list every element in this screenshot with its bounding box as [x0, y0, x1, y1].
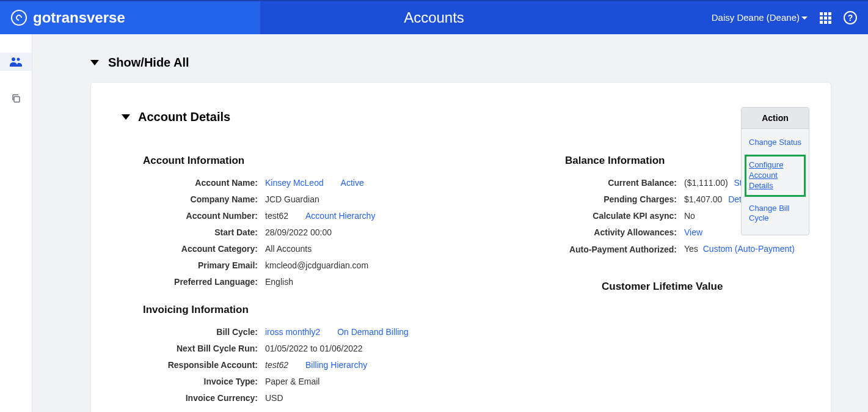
label-bill-cycle: Bill Cycle: [119, 327, 265, 337]
label-language: Preferred Language: [119, 277, 265, 287]
value-autopay: Yes [684, 244, 698, 254]
configure-account-link[interactable]: Configure Account Details [745, 155, 806, 197]
apps-icon[interactable] [820, 12, 831, 24]
svg-point-1 [17, 58, 20, 61]
billing-hierarchy-link[interactable]: Billing Hierarchy [305, 360, 367, 370]
value-number: test62 [265, 211, 288, 221]
label-account-name: Account Name: [119, 178, 265, 188]
label-current-balance: Current Balance: [565, 178, 684, 188]
value-company: JCD Guardian [265, 194, 319, 204]
label-email: Primary Email: [119, 260, 265, 270]
account-info-title: Account Information [143, 155, 528, 167]
value-pending: $1,407.00 [684, 194, 722, 204]
clv-title: Customer Lifetime Value [602, 281, 809, 293]
svg-rect-2 [14, 97, 20, 102]
action-header: Action [742, 108, 809, 129]
page-title: Accounts [404, 9, 464, 26]
svg-point-0 [12, 57, 15, 61]
invoicing-title: Invoicing Information [143, 304, 528, 316]
section-toggle[interactable]: Account Details [119, 110, 809, 124]
on-demand-billing-link[interactable]: On Demand Billing [337, 327, 409, 337]
sidebar [0, 34, 32, 412]
app-header: gotransverse Accounts Daisy Deane (Deane… [0, 0, 868, 34]
label-allowances: Activity Allowances: [565, 227, 684, 237]
account-hierarchy-link[interactable]: Account Hierarchy [305, 211, 375, 221]
label-responsible: Responsible Account: [119, 360, 265, 370]
value-responsible: test62 [265, 360, 288, 370]
show-hide-toggle[interactable]: Show/Hide All [90, 56, 831, 70]
value-start: 28/09/2022 00:00 [265, 227, 332, 237]
users-icon [10, 57, 22, 67]
show-hide-label: Show/Hide All [108, 56, 189, 70]
sidebar-item-accounts[interactable] [0, 53, 32, 71]
details-card: Account Details Action Change Status Con… [90, 82, 831, 412]
value-language: English [265, 277, 293, 287]
brand-text: gotransverse [33, 9, 125, 26]
label-currency: Invoice Currency: [119, 393, 265, 403]
label-start: Start Date: [119, 227, 265, 237]
value-email: kmcleod@jcdguardian.com [265, 260, 368, 270]
account-name-link[interactable]: Kinsey McLeod [265, 178, 324, 188]
status-link[interactable]: Active [341, 178, 364, 188]
logo-icon [11, 10, 27, 26]
value-current-balance: ($1,111.00) [684, 178, 728, 188]
bill-cycle-link[interactable]: iross monthly2 [265, 327, 320, 337]
label-invoice-type: Invoice Type: [119, 377, 265, 386]
help-icon[interactable]: ? [844, 11, 857, 24]
sidebar-item-copy[interactable] [0, 89, 32, 108]
copy-icon [11, 94, 21, 103]
label-number: Account Number: [119, 211, 265, 221]
allowances-view-link[interactable]: View [684, 227, 702, 237]
autopay-link[interactable]: Custom (Auto-Payment) [703, 244, 795, 254]
value-invoice-type: Paper & Email [265, 377, 319, 386]
caret-down-icon [122, 114, 130, 120]
section-title: Account Details [138, 110, 230, 124]
user-menu[interactable]: Daisy Deane (Deane) [712, 12, 808, 23]
action-panel: Action Change Status Configure Account D… [741, 107, 809, 235]
label-next-run: Next Bill Cycle Run: [119, 344, 265, 353]
user-name: Daisy Deane (Deane) [712, 12, 800, 23]
caret-down-icon [801, 17, 808, 20]
value-next-run: 01/05/2022 to 01/06/2022 [265, 344, 363, 353]
label-category: Account Category: [119, 244, 265, 254]
label-company: Company Name: [119, 194, 265, 204]
change-bill-cycle-link[interactable]: Change Bill Cycle [749, 204, 801, 224]
label-autopay: Auto-Payment Authorized: [565, 244, 684, 255]
main-content: Show/Hide All Account Details Action Cha… [32, 34, 868, 412]
value-category: All Accounts [265, 244, 312, 254]
value-currency: USD [265, 393, 283, 403]
value-kpi: No [684, 211, 695, 221]
label-kpi: Calculate KPI async: [565, 211, 684, 221]
change-status-link[interactable]: Change Status [749, 138, 801, 148]
label-pending: Pending Charges: [565, 194, 684, 204]
brand-logo[interactable]: gotransverse [0, 1, 257, 34]
caret-down-icon [90, 60, 99, 65]
